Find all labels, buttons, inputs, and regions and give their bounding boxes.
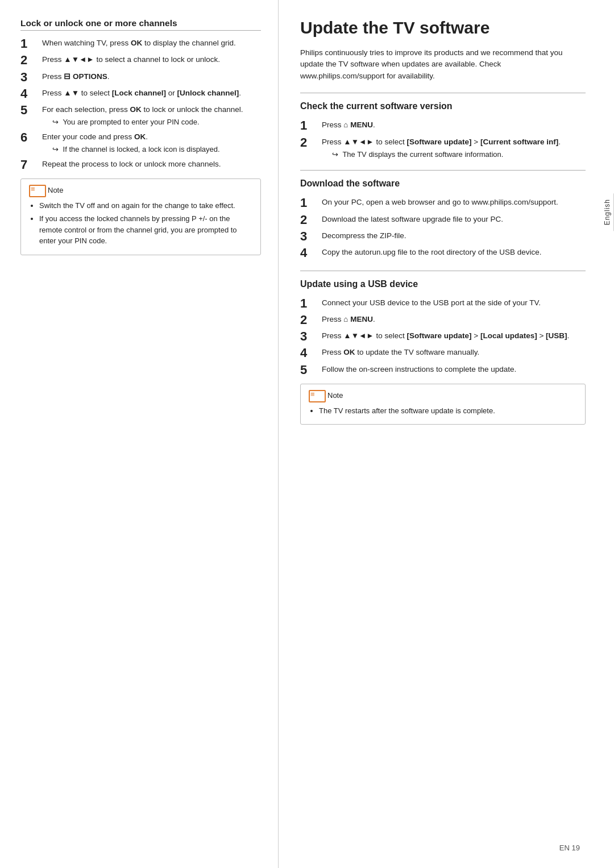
check-version-section: Check the current software version 1 Pre… <box>300 101 586 160</box>
step-num-2: 2 <box>20 53 39 67</box>
usb-step-text-4: Press OK to update the TV software manua… <box>322 347 586 358</box>
left-column: Lock or unlock one or more channels 1 Wh… <box>0 0 279 868</box>
step-text-2: Press ▲▼◄► to select a channel to lock o… <box>42 54 261 65</box>
lock-note-header: Note <box>29 185 252 196</box>
step-text-7: Repeat the process to lock or unlock mor… <box>42 159 261 170</box>
dl-step-text-3: Decompress the ZIP-file. <box>322 230 586 242</box>
intro-text: Philips continuously tries to improve it… <box>300 47 586 83</box>
divider-3 <box>300 271 586 271</box>
step-num-7: 7 <box>20 157 39 172</box>
lock-note-item-2: If you access the locked channels by pre… <box>39 213 252 247</box>
step-text-4: Press ▲▼ to select [Lock channel] or [Un… <box>42 88 261 99</box>
check-step-text-1: Press ⌂ MENU. <box>322 119 586 131</box>
dl-step-text-2: Download the latest software upgrade fil… <box>322 214 586 225</box>
step-num-4: 4 <box>20 86 39 101</box>
usb-step-text-1: Connect your USB device to the USB port … <box>322 297 586 309</box>
dl-step-num-1: 1 <box>300 196 318 210</box>
check-step-1: 1 Press ⌂ MENU. <box>300 119 586 132</box>
download-step-2: 2 Download the latest software upgrade f… <box>300 214 586 227</box>
check-version-steps: 1 Press ⌂ MENU. 2 Press ▲▼◄► to select [… <box>300 119 586 160</box>
lock-note-label: Note <box>48 186 63 194</box>
lock-step-1: 1 When watching TV, press OK to display … <box>20 38 261 51</box>
check-step-2: 2 Press ▲▼◄► to select [Software update]… <box>300 136 586 160</box>
step-num-6: 6 <box>20 130 39 144</box>
update-usb-steps: 1 Connect your USB device to the USB por… <box>300 297 586 377</box>
step-text-1: When watching TV, press OK to display th… <box>42 38 261 49</box>
divider-2 <box>300 170 586 171</box>
usb-note-label: Note <box>327 391 343 400</box>
lock-note-box: Note Switch the TV off and on again for … <box>20 178 261 255</box>
page-footer: EN 19 <box>559 844 580 852</box>
download-title: Download the software <box>300 178 586 189</box>
lock-step-4: 4 Press ▲▼ to select [Lock channel] or [… <box>20 88 261 101</box>
lock-step-5: 5 For each selection, press OK to lock o… <box>20 104 261 128</box>
usb-step-3: 3 Press ▲▼◄► to select [Software update]… <box>300 330 586 343</box>
usb-note-icon <box>309 390 323 401</box>
dl-step-num-2: 2 <box>300 213 318 227</box>
update-usb-section: Update using a USB device 1 Connect your… <box>300 279 586 425</box>
step-num-3: 3 <box>20 70 39 84</box>
usb-step-num-1: 1 <box>300 296 318 310</box>
usb-note-box: Note The TV restarts after the software … <box>300 384 586 425</box>
main-title: Update the TV software <box>300 18 586 38</box>
right-column: Update the TV software Philips continuou… <box>279 0 614 868</box>
usb-step-text-2: Press ⌂ MENU. <box>322 314 586 325</box>
note-icon <box>29 185 44 196</box>
download-step-1: 1 On your PC, open a web browser and go … <box>300 197 586 210</box>
download-step-3: 3 Decompress the ZIP-file. <box>300 230 586 243</box>
check-step-sub-2: ↪ The TV displays the current software i… <box>322 149 586 160</box>
lock-step-6: 6 Enter your code and press OK. ↪ If the… <box>20 131 261 155</box>
usb-step-text-5: Follow the on-screen instructions to com… <box>322 364 586 375</box>
step-sub-5: ↪ You are prompted to enter your PIN cod… <box>42 117 261 128</box>
page-container: Lock or unlock one or more channels 1 Wh… <box>0 0 614 868</box>
language-tab: English <box>601 193 614 231</box>
lock-steps-list: 1 When watching TV, press OK to display … <box>20 38 261 172</box>
check-step-num-1: 1 <box>300 118 318 132</box>
usb-step-4: 4 Press OK to update the TV software man… <box>300 347 586 360</box>
divider-1 <box>300 93 586 93</box>
usb-step-2: 2 Press ⌂ MENU. <box>300 314 586 327</box>
step-text-5: For each selection, press OK to lock or … <box>42 104 261 128</box>
usb-step-num-4: 4 <box>300 346 318 360</box>
usb-step-text-3: Press ▲▼◄► to select [Software update] >… <box>322 330 586 342</box>
usb-step-num-5: 5 <box>300 363 318 377</box>
dl-step-text-4: Copy the autorun.upg file to the root di… <box>322 247 586 258</box>
dl-step-num-4: 4 <box>300 246 318 260</box>
dl-step-text-1: On your PC, open a web browser and go to… <box>322 197 586 208</box>
usb-note-header: Note <box>309 390 577 401</box>
lock-note-item-1: Switch the TV off and on again for the c… <box>39 200 252 211</box>
dl-step-num-3: 3 <box>300 229 318 243</box>
lock-step-2: 2 Press ▲▼◄► to select a channel to lock… <box>20 54 261 67</box>
lock-section-title: Lock or unlock one or more channels <box>20 18 261 31</box>
usb-note-list: The TV restarts after the software updat… <box>309 405 577 417</box>
step-text-3: Press ⊟ OPTIONS. <box>42 71 261 82</box>
update-usb-title: Update using a USB device <box>300 279 586 289</box>
download-software-section: Download the software 1 On your PC, open… <box>300 178 586 260</box>
lock-step-3: 3 Press ⊟ OPTIONS. <box>20 71 261 84</box>
usb-step-num-3: 3 <box>300 329 318 343</box>
check-version-title: Check the current software version <box>300 101 586 111</box>
usb-step-num-2: 2 <box>300 313 318 327</box>
lock-note-list: Switch the TV off and on again for the c… <box>29 200 252 247</box>
usb-step-1: 1 Connect your USB device to the USB por… <box>300 297 586 310</box>
download-step-4: 4 Copy the autorun.upg file to the root … <box>300 247 586 260</box>
download-steps: 1 On your PC, open a web browser and go … <box>300 197 586 260</box>
lock-step-7: 7 Repeat the process to lock or unlock m… <box>20 159 261 172</box>
step-sub-6: ↪ If the channel is locked, a lock icon … <box>42 144 261 155</box>
step-text-6: Enter your code and press OK. ↪ If the c… <box>42 131 261 155</box>
check-step-text-2: Press ▲▼◄► to select [Software update] >… <box>322 136 586 160</box>
check-step-num-2: 2 <box>300 135 318 149</box>
step-num-5: 5 <box>20 103 39 117</box>
usb-step-5: 5 Follow the on-screen instructions to c… <box>300 364 586 377</box>
step-num-1: 1 <box>20 36 39 51</box>
key-ok-1: OK <box>131 39 142 47</box>
usb-note-item-1: The TV restarts after the software updat… <box>319 405 577 417</box>
